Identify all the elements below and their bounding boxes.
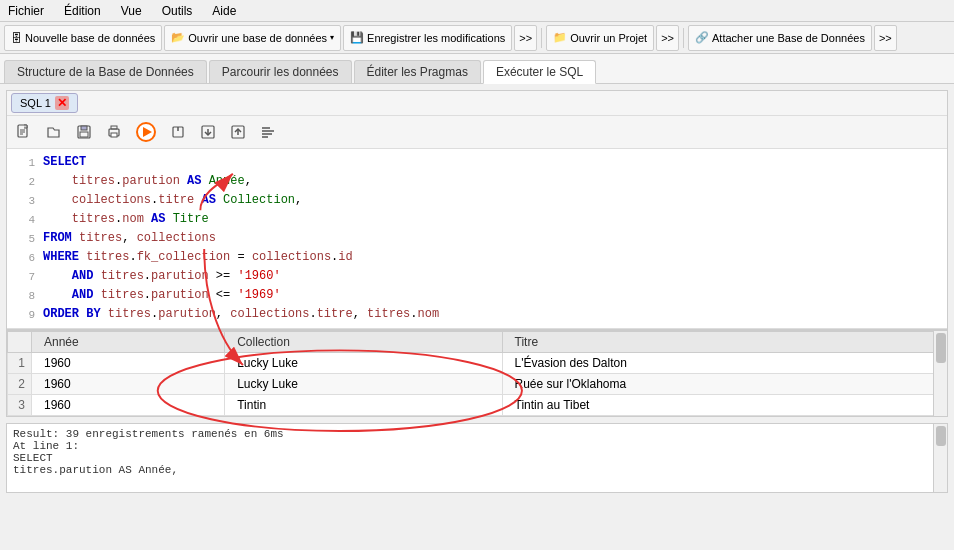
row-number: 3 (8, 395, 32, 416)
attach-db-icon: 🔗 (695, 31, 709, 44)
table-cell: Ruée sur l'Oklahoma (502, 374, 947, 395)
stop-icon (170, 124, 186, 140)
tab-sql[interactable]: Exécuter le SQL (483, 60, 596, 84)
sql-format-button[interactable] (255, 119, 281, 145)
table-cell: Tintin (225, 395, 502, 416)
menubar: Fichier Édition Vue Outils Aide (0, 0, 954, 22)
save-db-icon: 💾 (350, 31, 364, 44)
main-content: SQL 1 ✕ (0, 90, 954, 493)
sql-new-button[interactable] (11, 119, 37, 145)
more3-button[interactable]: >> (874, 25, 897, 51)
import-icon (200, 124, 216, 140)
sql-editor-toolbar (7, 116, 947, 149)
menu-outils[interactable]: Outils (158, 4, 197, 18)
table-cell: 1960 (32, 374, 225, 395)
tab-browse[interactable]: Parcourir les données (209, 60, 352, 83)
table-cell: Lucky Luke (225, 374, 502, 395)
status-line-1: Result: 39 enregistrements ramenés en 6m… (13, 428, 941, 440)
sql-export-button[interactable] (225, 119, 251, 145)
run-icon (136, 122, 156, 142)
menu-aide[interactable]: Aide (208, 4, 240, 18)
row-number: 2 (8, 374, 32, 395)
open-project-button[interactable]: 📁 Ouvrir un Projet (546, 25, 654, 51)
open-db-label: Ouvrir une base de données (188, 32, 327, 44)
row-number: 1 (8, 353, 32, 374)
sql-open-button[interactable] (41, 119, 67, 145)
menu-vue[interactable]: Vue (117, 4, 146, 18)
main-tabs: Structure de la Base de Données Parcouri… (0, 54, 954, 84)
open-db-button[interactable]: 📂 Ouvrir une base de données ▾ (164, 25, 341, 51)
new-file-icon (16, 124, 32, 140)
sql-import-button[interactable] (195, 119, 221, 145)
code-line-7: 7 AND titres.parution >= '1960' (7, 267, 947, 286)
sql-editor-container: SQL 1 ✕ (6, 90, 948, 417)
attach-db-button[interactable]: 🔗 Attacher une Base de Données (688, 25, 872, 51)
col-titre: Titre (502, 332, 947, 353)
results-container: Année Collection Titre 11960Lucky LukeL'… (7, 329, 947, 416)
sql-saveas-button[interactable] (71, 119, 97, 145)
code-line-2: 2 titres.parution AS Année, (7, 172, 947, 191)
sql-tab-label: SQL 1 (20, 97, 51, 109)
more2-button[interactable]: >> (656, 25, 679, 51)
table-cell: 1960 (32, 395, 225, 416)
print-icon (106, 124, 122, 140)
svg-rect-9 (111, 126, 117, 129)
open-project-label: Ouvrir un Projet (570, 32, 647, 44)
open-db-icon: 📂 (171, 31, 185, 44)
tab-pragmas[interactable]: Éditer les Pragmas (354, 60, 481, 83)
code-line-3: 3 collections.titre AS Collection, (7, 191, 947, 210)
toolbar-separator-1 (541, 28, 542, 48)
export-icon (230, 124, 246, 140)
col-annee: Année (32, 332, 225, 353)
sql-stop-button[interactable] (165, 119, 191, 145)
table-row: 31960TintinTintin au Tibet (8, 395, 947, 416)
new-db-icon: 🗄 (11, 32, 22, 44)
code-editor[interactable]: 1 SELECT 2 titres.parution AS Année, 3 c… (7, 149, 947, 329)
attach-db-label: Attacher une Base de Données (712, 32, 865, 44)
status-line-4: titres.parution AS Année, (13, 464, 941, 476)
col-rownum (8, 332, 32, 353)
table-row: 11960Lucky LukeL'Évasion des Dalton (8, 353, 947, 374)
code-line-4: 4 titres.nom AS Titre (7, 210, 947, 229)
table-cell: Lucky Luke (225, 353, 502, 374)
table-cell: Tintin au Tibet (502, 395, 947, 416)
save-db-label: Enregistrer les modifications (367, 32, 505, 44)
code-line-9: 9 ORDER BY titres.parution, collections.… (7, 305, 947, 324)
sql-tab-1[interactable]: SQL 1 ✕ (11, 93, 78, 113)
status-line-3: SELECT (13, 452, 941, 464)
status-bar: Result: 39 enregistrements ramenés en 6m… (6, 423, 948, 493)
new-db-button[interactable]: 🗄 Nouvelle base de données (4, 25, 162, 51)
code-line-5: 5 FROM titres, collections (7, 229, 947, 248)
code-line-1: 1 SELECT (7, 153, 947, 172)
status-scrollbar[interactable] (933, 424, 947, 492)
sql-tab-bar: SQL 1 ✕ (7, 91, 947, 116)
db-toolbar: 🗄 Nouvelle base de données 📂 Ouvrir une … (0, 22, 954, 54)
svg-rect-5 (81, 126, 87, 130)
code-line-6: 6 WHERE titres.fk_collection = collectio… (7, 248, 947, 267)
table-row: 21960Lucky LukeRuée sur l'Oklahoma (8, 374, 947, 395)
toolbar-separator-2 (683, 28, 684, 48)
sql-tab-close-icon[interactable]: ✕ (55, 96, 69, 110)
results-scrollbar-thumb[interactable] (936, 333, 946, 363)
svg-rect-8 (111, 133, 117, 137)
more1-button[interactable]: >> (514, 25, 537, 51)
open-file-icon (46, 124, 62, 140)
menu-edition[interactable]: Édition (60, 4, 105, 18)
status-line-2: At line 1: (13, 440, 941, 452)
format-icon (260, 124, 276, 140)
new-db-label: Nouvelle base de données (25, 32, 155, 44)
sql-print-button[interactable] (101, 119, 127, 145)
open-db-chevron-icon: ▾ (330, 33, 334, 42)
status-scrollbar-thumb[interactable] (936, 426, 946, 446)
table-cell: 1960 (32, 353, 225, 374)
results-scrollbar[interactable] (933, 331, 947, 416)
save-db-button[interactable]: 💾 Enregistrer les modifications (343, 25, 512, 51)
svg-rect-6 (80, 132, 88, 137)
code-line-8: 8 AND titres.parution <= '1969' (7, 286, 947, 305)
col-collection: Collection (225, 332, 502, 353)
menu-fichier[interactable]: Fichier (4, 4, 48, 18)
table-cell: L'Évasion des Dalton (502, 353, 947, 374)
tab-structure[interactable]: Structure de la Base de Données (4, 60, 207, 83)
sql-run-button[interactable] (131, 119, 161, 145)
results-table: Année Collection Titre 11960Lucky LukeL'… (7, 331, 947, 416)
